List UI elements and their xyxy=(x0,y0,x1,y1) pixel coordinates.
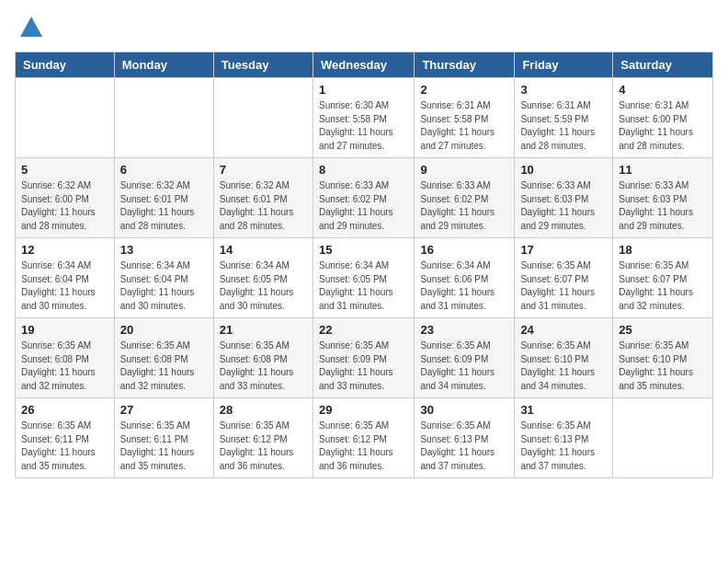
calendar-cell: 8Sunrise: 6:33 AMSunset: 6:02 PMDaylight… xyxy=(313,158,414,238)
calendar-cell: 31Sunrise: 6:35 AMSunset: 6:13 PMDayligh… xyxy=(515,398,613,478)
day-header-sunday: Sunday xyxy=(16,52,115,78)
day-number: 1 xyxy=(319,83,408,97)
day-info: Sunrise: 6:32 AMSunset: 6:01 PMDaylight:… xyxy=(220,179,307,233)
calendar-cell: 21Sunrise: 6:35 AMSunset: 6:08 PMDayligh… xyxy=(213,318,313,398)
calendar-cell: 1Sunrise: 6:30 AMSunset: 5:58 PMDaylight… xyxy=(313,78,414,158)
calendar-cell: 3Sunrise: 6:31 AMSunset: 5:59 PMDaylight… xyxy=(515,78,613,158)
day-info: Sunrise: 6:32 AMSunset: 6:01 PMDaylight:… xyxy=(120,179,208,233)
day-info: Sunrise: 6:35 AMSunset: 6:11 PMDaylight:… xyxy=(21,419,108,473)
day-number: 4 xyxy=(619,83,707,97)
day-header-wednesday: Wednesday xyxy=(313,52,414,78)
week-row: 19Sunrise: 6:35 AMSunset: 6:08 PMDayligh… xyxy=(16,318,713,398)
day-info: Sunrise: 6:30 AMSunset: 5:58 PMDaylight:… xyxy=(319,99,408,153)
day-info: Sunrise: 6:35 AMSunset: 6:12 PMDaylight:… xyxy=(319,419,408,473)
day-number: 3 xyxy=(520,83,607,97)
day-info: Sunrise: 6:34 AMSunset: 6:04 PMDaylight:… xyxy=(120,259,208,313)
day-info: Sunrise: 6:35 AMSunset: 6:07 PMDaylight:… xyxy=(619,259,707,313)
calendar-cell: 27Sunrise: 6:35 AMSunset: 6:11 PMDayligh… xyxy=(114,398,213,478)
day-number: 28 xyxy=(220,403,307,417)
day-number: 26 xyxy=(21,403,108,417)
day-number: 15 xyxy=(319,243,408,257)
calendar-cell: 26Sunrise: 6:35 AMSunset: 6:11 PMDayligh… xyxy=(16,398,115,478)
calendar-cell: 24Sunrise: 6:35 AMSunset: 6:10 PMDayligh… xyxy=(515,318,613,398)
day-info: Sunrise: 6:33 AMSunset: 6:03 PMDaylight:… xyxy=(619,179,707,233)
week-row: 26Sunrise: 6:35 AMSunset: 6:11 PMDayligh… xyxy=(16,398,713,478)
day-info: Sunrise: 6:33 AMSunset: 6:02 PMDaylight:… xyxy=(319,179,408,233)
calendar-cell xyxy=(16,78,115,158)
day-number: 11 xyxy=(619,163,707,177)
calendar-cell: 11Sunrise: 6:33 AMSunset: 6:03 PMDayligh… xyxy=(613,158,713,238)
day-info: Sunrise: 6:35 AMSunset: 6:08 PMDaylight:… xyxy=(220,339,307,393)
calendar-cell: 16Sunrise: 6:34 AMSunset: 6:06 PMDayligh… xyxy=(415,238,515,318)
day-number: 29 xyxy=(319,403,408,417)
day-number: 19 xyxy=(21,323,108,337)
week-row: 5Sunrise: 6:32 AMSunset: 6:00 PMDaylight… xyxy=(16,158,713,238)
day-info: Sunrise: 6:35 AMSunset: 6:08 PMDaylight:… xyxy=(21,339,108,393)
calendar-cell: 14Sunrise: 6:34 AMSunset: 6:05 PMDayligh… xyxy=(213,238,313,318)
day-header-saturday: Saturday xyxy=(613,52,713,78)
day-info: Sunrise: 6:35 AMSunset: 6:08 PMDaylight:… xyxy=(120,339,208,393)
day-info: Sunrise: 6:35 AMSunset: 6:10 PMDaylight:… xyxy=(619,339,707,393)
calendar-cell: 7Sunrise: 6:32 AMSunset: 6:01 PMDaylight… xyxy=(213,158,313,238)
calendar-cell: 4Sunrise: 6:31 AMSunset: 6:00 PMDaylight… xyxy=(613,78,713,158)
day-info: Sunrise: 6:35 AMSunset: 6:13 PMDaylight:… xyxy=(520,419,607,473)
day-info: Sunrise: 6:35 AMSunset: 6:09 PMDaylight:… xyxy=(319,339,408,393)
calendar-cell: 10Sunrise: 6:33 AMSunset: 6:03 PMDayligh… xyxy=(515,158,613,238)
calendar-cell: 13Sunrise: 6:34 AMSunset: 6:04 PMDayligh… xyxy=(114,238,213,318)
calendar-cell: 9Sunrise: 6:33 AMSunset: 6:02 PMDaylight… xyxy=(415,158,515,238)
day-number: 18 xyxy=(619,243,707,257)
calendar-cell: 15Sunrise: 6:34 AMSunset: 6:05 PMDayligh… xyxy=(313,238,414,318)
day-info: Sunrise: 6:34 AMSunset: 6:04 PMDaylight:… xyxy=(21,259,108,313)
day-number: 16 xyxy=(420,243,508,257)
calendar-cell: 18Sunrise: 6:35 AMSunset: 6:07 PMDayligh… xyxy=(613,238,713,318)
day-info: Sunrise: 6:31 AMSunset: 5:59 PMDaylight:… xyxy=(520,99,607,153)
day-header-thursday: Thursday xyxy=(415,52,515,78)
calendar-cell xyxy=(213,78,313,158)
day-number: 17 xyxy=(520,243,607,257)
day-number: 5 xyxy=(21,163,108,177)
day-number: 7 xyxy=(220,163,307,177)
calendar-cell: 20Sunrise: 6:35 AMSunset: 6:08 PMDayligh… xyxy=(114,318,213,398)
day-info: Sunrise: 6:34 AMSunset: 6:06 PMDaylight:… xyxy=(420,259,508,313)
calendar-cell: 30Sunrise: 6:35 AMSunset: 6:13 PMDayligh… xyxy=(415,398,515,478)
day-number: 10 xyxy=(520,163,607,177)
calendar-cell: 17Sunrise: 6:35 AMSunset: 6:07 PMDayligh… xyxy=(515,238,613,318)
calendar-cell: 29Sunrise: 6:35 AMSunset: 6:12 PMDayligh… xyxy=(313,398,414,478)
day-header-tuesday: Tuesday xyxy=(213,52,313,78)
day-info: Sunrise: 6:34 AMSunset: 6:05 PMDaylight:… xyxy=(319,259,408,313)
day-info: Sunrise: 6:35 AMSunset: 6:11 PMDaylight:… xyxy=(120,419,208,473)
day-number: 6 xyxy=(120,163,208,177)
day-number: 8 xyxy=(319,163,408,177)
page-header xyxy=(15,15,713,40)
calendar-cell: 5Sunrise: 6:32 AMSunset: 6:00 PMDaylight… xyxy=(16,158,115,238)
day-info: Sunrise: 6:31 AMSunset: 5:58 PMDaylight:… xyxy=(420,99,508,153)
day-number: 22 xyxy=(319,323,408,337)
calendar-cell xyxy=(613,398,713,478)
day-info: Sunrise: 6:35 AMSunset: 6:07 PMDaylight:… xyxy=(520,259,607,313)
day-number: 31 xyxy=(520,403,607,417)
day-info: Sunrise: 6:32 AMSunset: 6:00 PMDaylight:… xyxy=(21,179,108,233)
day-number: 20 xyxy=(120,323,208,337)
calendar-cell: 6Sunrise: 6:32 AMSunset: 6:01 PMDaylight… xyxy=(114,158,213,238)
day-info: Sunrise: 6:35 AMSunset: 6:12 PMDaylight:… xyxy=(220,419,307,473)
day-number: 21 xyxy=(220,323,307,337)
calendar-cell: 19Sunrise: 6:35 AMSunset: 6:08 PMDayligh… xyxy=(16,318,115,398)
day-number: 23 xyxy=(420,323,508,337)
day-number: 27 xyxy=(120,403,208,417)
day-header-monday: Monday xyxy=(114,52,213,78)
calendar-cell: 28Sunrise: 6:35 AMSunset: 6:12 PMDayligh… xyxy=(213,398,313,478)
calendar-cell: 22Sunrise: 6:35 AMSunset: 6:09 PMDayligh… xyxy=(313,318,414,398)
day-info: Sunrise: 6:31 AMSunset: 6:00 PMDaylight:… xyxy=(619,99,707,153)
header-row: SundayMondayTuesdayWednesdayThursdayFrid… xyxy=(16,52,713,78)
calendar-cell: 2Sunrise: 6:31 AMSunset: 5:58 PMDaylight… xyxy=(415,78,515,158)
day-number: 2 xyxy=(420,83,508,97)
day-number: 24 xyxy=(520,323,607,337)
day-info: Sunrise: 6:35 AMSunset: 6:10 PMDaylight:… xyxy=(520,339,607,393)
day-info: Sunrise: 6:35 AMSunset: 6:09 PMDaylight:… xyxy=(420,339,508,393)
day-number: 13 xyxy=(120,243,208,257)
calendar-cell: 23Sunrise: 6:35 AMSunset: 6:09 PMDayligh… xyxy=(415,318,515,398)
day-header-friday: Friday xyxy=(515,52,613,78)
logo-icon xyxy=(18,15,44,40)
day-number: 30 xyxy=(420,403,508,417)
week-row: 12Sunrise: 6:34 AMSunset: 6:04 PMDayligh… xyxy=(16,238,713,318)
